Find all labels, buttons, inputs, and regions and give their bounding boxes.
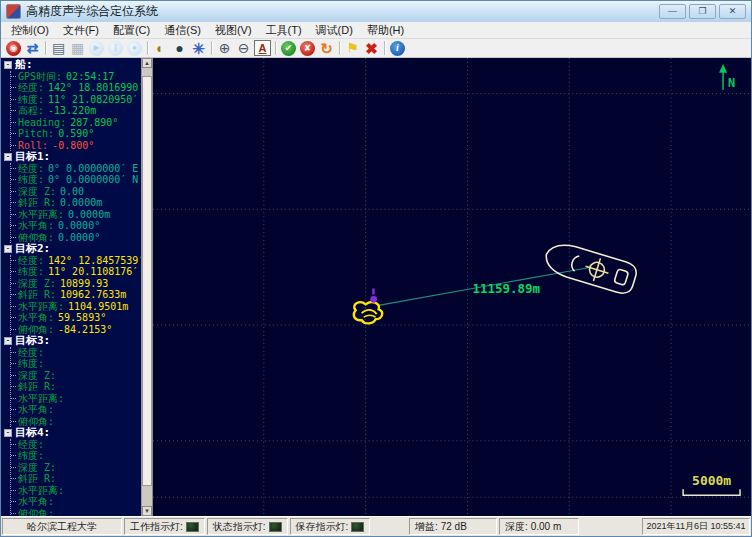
tree-row: 经度: [11,439,141,451]
tree-rows: GPS时间:02:54:17经度:142° 18.8016990′ E纬度:11… [10,71,141,152]
depth-value: 0.00 m [531,521,562,532]
menu-debug[interactable]: 调试(D) [309,23,360,38]
info-icon[interactable]: i [390,41,405,56]
collapse-icon[interactable]: - [4,337,12,345]
tree-row-label: 经度: [18,347,44,359]
tree-row: 深度 Z:0.00 [11,186,141,198]
window-title: 高精度声学综合定位系统 [26,3,158,20]
menu-comm[interactable]: 通信(S) [157,23,208,38]
tree-section-3: -目标3:经度:纬度:深度 Z:斜距 R:水平距离:水平角:俯仰角: [4,335,141,427]
tree-row-label: 水平角: [18,404,54,416]
collapse-icon[interactable]: - [4,245,12,253]
maximize-button[interactable]: ❐ [689,4,716,19]
tree-row-label: 斜距 R: [18,197,56,209]
cancel-icon[interactable]: ✘ [300,41,315,56]
scrollbar-track[interactable] [142,68,152,506]
scrollbar-thumb[interactable] [142,76,152,486]
scroll-down-icon[interactable]: ▼ [142,506,152,516]
title-bar: 高精度声学综合定位系统 — ❐ ✕ [1,1,751,22]
beacon-marker-icon [370,288,377,302]
toolbar: ◉⇄▤▦▶∥●◐●✳⊕⊖A✔✘↻⚑✖i [1,39,751,58]
tree-row: 水平角:59.5893° [11,312,141,324]
main-content: -船:GPS时间:02:54:17经度:142° 18.8016990′ E纬度… [1,58,751,516]
tree-row: 经度:0° 0.0000000′ E [11,163,141,175]
power-icon[interactable]: ◉ [6,41,21,56]
tree-section-header[interactable]: -目标4: [4,427,141,439]
menu-control[interactable]: 控制(O) [4,23,56,38]
tree-rows: 经度:142° 12.8457539′ E纬度:11° 20.1108176′ … [10,255,141,336]
tree-row-value: 0.590° [58,128,94,140]
sync-icon[interactable]: ⇄ [23,40,42,57]
menu-file[interactable]: 文件(F) [56,23,106,38]
menu-help[interactable]: 帮助(H) [360,23,411,38]
close-button[interactable]: ✕ [719,4,746,19]
globe-icon[interactable]: ◐ [151,40,170,57]
target-icon[interactable] [354,302,382,323]
toolbar-separator [211,41,212,55]
tree-row-value: 142° 18.8016990′ E [48,82,141,94]
status-light-0: 工作指示灯: [124,518,205,535]
led-indicator-icon [351,522,364,532]
tree-row-label: 水平距离: [18,393,64,405]
status-light-label: 工作指示灯: [130,520,183,534]
status-light-1: 状态指示灯: [207,518,288,535]
delete-icon[interactable]: ✖ [362,40,381,57]
tree-row-label: 水平距离: [18,301,64,313]
tree-row-label: 斜距 R: [18,289,56,301]
minimize-button[interactable]: — [659,4,686,19]
tree-row-value: 1104.9501m [68,301,128,313]
record-icon[interactable]: ▦ [68,40,87,57]
toolbar-separator [384,41,385,55]
tree-section-header[interactable]: -目标1: [4,151,141,163]
flag-icon[interactable]: ⚑ [343,40,362,57]
beacon-icon[interactable]: ✳ [189,40,208,57]
collapse-icon[interactable]: - [4,429,12,437]
tree-row-label: 纬度: [18,358,44,370]
depth-label: 深度: [505,520,528,534]
tree-row-label: 纬度: [18,266,44,278]
tree-section-header[interactable]: -目标3: [4,335,141,347]
zoom-out-icon[interactable]: ⊖ [234,40,253,57]
stop-icon[interactable]: ● [127,41,142,56]
pause-icon[interactable]: ∥ [108,41,123,56]
tree-row-label: 经度: [18,255,44,267]
tree-row-value: 11° 20.1108176′ N [48,266,141,278]
tree-rows: 经度:0° 0.0000000′ E纬度:0° 0.0000000′ N深度 Z… [10,163,141,244]
ship-icon[interactable] [542,239,639,296]
tree-row: 高程:-13.220m [11,105,141,117]
tree-row-value: -84.2153° [58,324,112,336]
zoom-in-icon[interactable]: ⊕ [215,40,234,57]
tree-row-value: 287.890° [70,117,118,129]
tree-row-label: 水平角: [18,312,54,324]
save-icon[interactable]: ▤ [49,40,68,57]
scale-label: 5000m [692,473,731,488]
tree-section-header[interactable]: -船: [4,59,141,71]
map-canvas[interactable]: N 11159.89m [153,58,751,516]
app-window: 高精度声学综合定位系统 — ❐ ✕ 控制(O)文件(F)配置(C)通信(S)视图… [0,0,752,537]
scroll-up-icon[interactable]: ▲ [142,58,152,68]
tree-row: 水平角: [11,404,141,416]
annotate-icon[interactable]: A [254,40,271,56]
confirm-icon[interactable]: ✔ [281,41,296,56]
tree-row-value: 11° 21.0820950′ N [48,94,141,106]
app-icon [6,4,21,19]
tree-row-value: 10899.93 [60,278,108,290]
tree-row-label: 水平距离: [18,209,64,221]
tree-row-value: 0° 0.0000000′ E [48,163,138,175]
tree-section-0: -船:GPS时间:02:54:17经度:142° 18.8016990′ E纬度… [4,59,141,151]
menu-config[interactable]: 配置(C) [106,23,157,38]
menu-tools[interactable]: 工具(T) [259,23,309,38]
play-icon[interactable]: ▶ [89,41,104,56]
menu-view[interactable]: 视图(V) [208,23,259,38]
tree-section-header[interactable]: -目标2: [4,243,141,255]
sphere-icon[interactable]: ● [170,40,189,57]
collapse-icon[interactable]: - [4,61,12,69]
reset-icon[interactable]: ↻ [317,40,336,57]
org-label: 哈尔滨工程大学 [27,520,97,534]
collapse-icon[interactable]: - [4,153,12,161]
tree-row: 斜距 R: [11,473,141,485]
tree-row-value: -13.220m [48,105,96,117]
tree-scrollbar[interactable]: ▲ ▼ [141,58,152,516]
tree-row-label: 俯仰角: [18,508,54,517]
led-indicator-icon [269,522,282,532]
